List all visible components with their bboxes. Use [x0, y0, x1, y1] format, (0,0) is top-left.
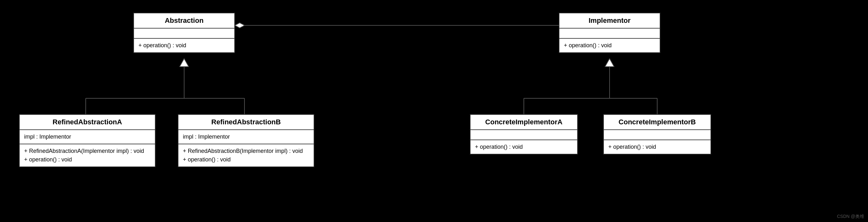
refined-b-class-name: RefinedAbstractionB	[179, 115, 314, 130]
concrete-a-method-1: + operation() : void	[475, 143, 573, 151]
concrete-b-attributes	[604, 130, 711, 140]
concrete-implementor-a-class: ConcreteImplementorA + operation() : voi…	[470, 114, 578, 154]
concrete-b-methods: + operation() : void	[604, 140, 711, 154]
implementor-class: Implementor + operation() : void	[559, 13, 660, 53]
refined-b-method-2: + operation() : void	[183, 155, 309, 164]
concrete-a-class-name: ConcreteImplementorA	[470, 115, 577, 130]
implementor-class-name: Implementor	[559, 13, 660, 29]
implementor-method-1: + operation() : void	[564, 41, 655, 50]
refined-b-methods: + RefinedAbstractionB(Implementor impl) …	[179, 144, 314, 166]
watermark: CSDN @奥维	[837, 214, 864, 219]
concrete-b-method-1: + operation() : void	[608, 143, 706, 151]
refined-abstraction-b-class: RefinedAbstractionB impl : Implementor +…	[178, 114, 314, 167]
refined-a-method-1: + RefinedAbstractionA(Implementor impl) …	[24, 147, 151, 155]
refined-b-attributes: impl : Implementor	[179, 130, 314, 144]
implementor-attributes	[559, 29, 660, 39]
concrete-b-class-name: ConcreteImplementorB	[604, 115, 711, 130]
abstraction-attributes	[134, 29, 234, 39]
svg-marker-11	[605, 59, 614, 67]
svg-marker-6	[180, 59, 189, 67]
abstraction-class: Abstraction + operation() : void	[133, 13, 235, 53]
refined-a-methods: + RefinedAbstractionA(Implementor impl) …	[20, 144, 155, 166]
concrete-a-attributes	[470, 130, 577, 140]
refined-a-method-2: + operation() : void	[24, 155, 151, 164]
implementor-methods: + operation() : void	[559, 39, 660, 52]
abstraction-methods: + operation() : void	[134, 39, 234, 52]
refined-b-attr-1: impl : Implementor	[183, 133, 309, 141]
connectors-svg	[0, 0, 868, 222]
concrete-implementor-b-class: ConcreteImplementorB + operation() : voi…	[603, 114, 711, 154]
diagram-container: Abstraction + operation() : void Impleme…	[0, 0, 868, 222]
refined-a-attributes: impl : Implementor	[20, 130, 155, 144]
refined-abstraction-a-class: RefinedAbstractionA impl : Implementor +…	[19, 114, 156, 167]
refined-b-method-1: + RefinedAbstractionB(Implementor impl) …	[183, 147, 309, 155]
refined-a-class-name: RefinedAbstractionA	[20, 115, 155, 130]
abstraction-method-1: + operation() : void	[138, 41, 230, 50]
abstraction-class-name: Abstraction	[134, 13, 234, 29]
svg-marker-1	[235, 23, 245, 28]
concrete-a-methods: + operation() : void	[470, 140, 577, 154]
refined-a-attr-1: impl : Implementor	[24, 133, 151, 141]
